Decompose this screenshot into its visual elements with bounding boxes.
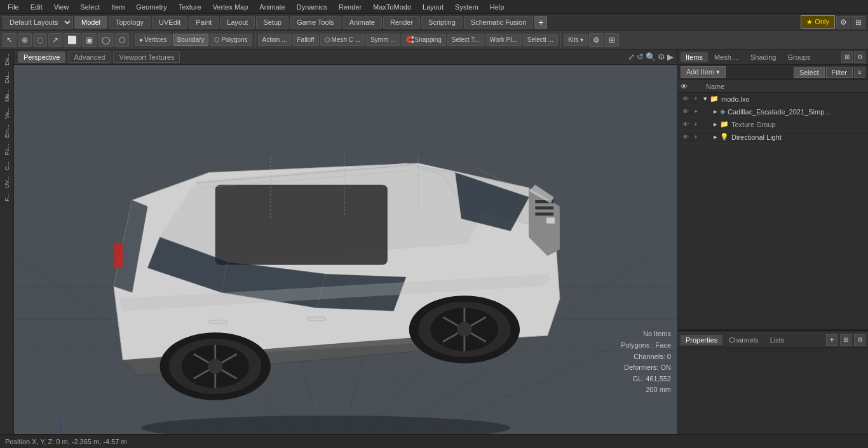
props-tab-channels[interactable]: Channels xyxy=(724,335,763,345)
tab-scripting[interactable]: Scripting xyxy=(421,16,463,29)
select-t-button[interactable]: Select T... xyxy=(447,34,484,46)
props-settings-button[interactable]: ⚙ xyxy=(854,334,865,346)
props-tab-lists[interactable]: Lists xyxy=(765,335,790,345)
sidebar-item-me[interactable]: Me... xyxy=(3,86,11,104)
vp-tab-perspective[interactable]: Perspective xyxy=(18,51,65,63)
action-button[interactable]: Action ... xyxy=(258,34,292,46)
tool-select-icon[interactable]: ↖ xyxy=(3,33,17,47)
lock-icon-modo[interactable]: + xyxy=(691,94,701,104)
menu-maxtomodo[interactable]: MaxToModo xyxy=(368,2,416,12)
kits-button[interactable]: Kits ▾ xyxy=(564,34,588,46)
menu-item[interactable]: Item xyxy=(106,2,130,12)
eye-icon-texture[interactable]: 👁 xyxy=(681,119,691,130)
vp-expand-icon[interactable]: ▶ xyxy=(667,52,674,62)
tab-shading[interactable]: Shading xyxy=(745,52,781,62)
tab-schematic-fusion[interactable]: Schematic Fusion xyxy=(464,16,533,29)
snapping-button[interactable]: 🧲 Snapping xyxy=(402,34,446,46)
expand-icon-cadillac[interactable]: ▸ xyxy=(714,107,717,116)
add-layout-button[interactable]: + xyxy=(534,16,547,29)
settings-icon[interactable]: ⚙ xyxy=(589,33,604,47)
select-button[interactable]: Select xyxy=(794,67,825,78)
tab-paint[interactable]: Paint xyxy=(189,16,219,29)
add-item-button[interactable]: Add Item ▾ xyxy=(681,66,726,78)
sidebar-item-po[interactable]: Po... xyxy=(3,141,11,158)
expand-icon-modo[interactable]: ▾ xyxy=(703,95,707,103)
menu-geometry[interactable]: Geometry xyxy=(131,2,172,12)
expand-icon-light[interactable]: ▸ xyxy=(714,133,717,141)
menu-view[interactable]: View xyxy=(49,2,74,12)
tool-arrow-icon[interactable]: ↗ xyxy=(48,33,62,47)
tool-circle-icon[interactable]: ⊕ xyxy=(18,33,32,47)
boundary-button[interactable]: Boundary xyxy=(173,34,209,46)
symm-button[interactable]: Symm ... xyxy=(366,34,400,46)
lock-icon-light[interactable]: + xyxy=(691,132,701,142)
sidebar-item-ve[interactable]: Ve... xyxy=(3,105,11,121)
viewport[interactable]: Perspective Advanced Viewport Textures ⤢… xyxy=(14,50,677,434)
layout-expand-button[interactable]: ⊞ xyxy=(851,16,865,29)
panel-expand-button[interactable]: ⊞ xyxy=(841,51,853,63)
star-only-button[interactable]: ★ Only xyxy=(801,15,835,29)
menu-vertex-map[interactable]: Vertex Map xyxy=(208,2,254,12)
props-expand-button[interactable]: ⊞ xyxy=(840,334,851,346)
menu-select[interactable]: Select xyxy=(75,2,105,12)
panel-settings-button[interactable]: ⚙ xyxy=(854,51,865,63)
lock-icon-texture[interactable]: + xyxy=(691,119,701,130)
menu-texture[interactable]: Texture xyxy=(173,2,207,12)
sidebar-item-c[interactable]: C... xyxy=(3,159,11,173)
polygons-button[interactable]: ⬡ Polygons xyxy=(210,34,252,46)
vp-refresh-icon[interactable]: ↺ xyxy=(637,52,644,62)
expand-icon[interactable]: ⊞ xyxy=(605,33,619,47)
eye-icon-cadillac[interactable]: 👁 xyxy=(681,107,691,117)
sidebar-item-de[interactable]: De... xyxy=(3,51,11,68)
vertices-button[interactable]: ● Vertices xyxy=(135,34,172,46)
menu-animate[interactable]: Animate xyxy=(254,2,290,12)
sidebar-item-em[interactable]: Em... xyxy=(3,122,11,140)
sidebar-item-du[interactable]: Du... xyxy=(3,69,11,86)
menu-help[interactable]: Help xyxy=(485,2,510,12)
tool-box-select[interactable]: ⬜ xyxy=(64,33,81,47)
menu-file[interactable]: File xyxy=(3,2,24,12)
tab-mesh[interactable]: Mesh ... xyxy=(709,52,744,62)
layout-settings-button[interactable]: ⚙ xyxy=(836,16,850,29)
eye-icon-light[interactable]: 👁 xyxy=(681,132,691,142)
props-tab-properties[interactable]: Properties xyxy=(681,335,722,345)
sidebar-item-uv[interactable]: UV... xyxy=(3,173,11,191)
item-texture-group[interactable]: 👁 + ▸ 📁 Texture Group xyxy=(678,118,868,131)
eye-icon-modo[interactable]: 👁 xyxy=(681,94,691,104)
tab-groups[interactable]: Groups xyxy=(782,52,815,62)
tab-render[interactable]: Render xyxy=(383,16,420,29)
tab-game-tools[interactable]: Game Tools xyxy=(290,16,341,29)
tab-model[interactable]: Model xyxy=(74,16,107,29)
vp-zoom-icon[interactable]: 🔍 xyxy=(646,52,656,62)
tool-lasso-icon[interactable]: ◌ xyxy=(33,33,47,47)
props-add-button[interactable]: + xyxy=(826,334,837,346)
menu-layout[interactable]: Layout xyxy=(417,2,449,12)
menu-edit[interactable]: Edit xyxy=(25,2,48,12)
tab-uvedit[interactable]: UVEdit xyxy=(152,16,187,29)
tool-polygon[interactable]: ⬡ xyxy=(115,33,129,47)
filter-button[interactable]: Filter xyxy=(826,67,853,78)
selecti-button[interactable]: Selecti ... xyxy=(523,34,558,46)
vp-settings-icon[interactable]: ⚙ xyxy=(658,52,665,62)
items-more-button[interactable]: ≡ xyxy=(854,67,865,78)
sidebar-item-f[interactable]: F... xyxy=(3,191,11,204)
layout-dropdown[interactable]: Default Layouts xyxy=(3,16,73,29)
menu-render[interactable]: Render xyxy=(334,2,367,12)
lock-icon-cadillac[interactable]: + xyxy=(691,107,701,117)
tool-circle2[interactable]: ◯ xyxy=(98,33,114,47)
tab-animate[interactable]: Animate xyxy=(342,16,382,29)
menu-system[interactable]: System xyxy=(450,2,484,12)
menu-dynamics[interactable]: Dynamics xyxy=(292,2,332,12)
tool-box2[interactable]: ▣ xyxy=(82,33,97,47)
item-dir-light[interactable]: 👁 + ▸ 💡 Directional Light xyxy=(678,131,868,144)
tab-setup[interactable]: Setup xyxy=(256,16,288,29)
expand-icon-texture[interactable]: ▸ xyxy=(714,120,717,128)
vp-tab-textures[interactable]: Viewport Textures xyxy=(113,51,180,63)
tab-layout[interactable]: Layout xyxy=(220,16,255,29)
item-cadillac[interactable]: 👁 + ▸ ◈ Cadillac_Escalade_2021_Simp... xyxy=(678,105,868,118)
work-pl-button[interactable]: Work Pl... xyxy=(485,34,522,46)
falloff-button[interactable]: Falloff xyxy=(292,34,318,46)
tab-items[interactable]: Items xyxy=(681,52,708,62)
viewport-canvas[interactable]: X Y Z No Items Polygons : Face Channels:… xyxy=(14,65,677,434)
mesh-c-button[interactable]: ⬡ Mesh C ... xyxy=(320,34,365,46)
